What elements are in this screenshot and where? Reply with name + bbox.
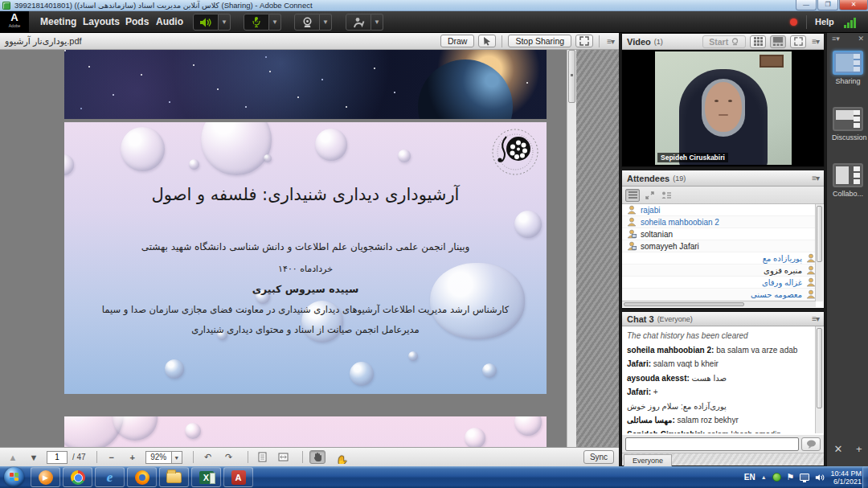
document-scrollbar[interactable] [567, 50, 576, 447]
webcam-dropdown[interactable]: ▼ [320, 14, 332, 31]
attendee-row[interactable]: somayyeh Jafari [622, 240, 816, 252]
close-button[interactable]: ✕ [839, 0, 868, 10]
strip-add-icon[interactable]: + [856, 443, 862, 455]
shared-document-canvas[interactable]: آرشیوداری دیداری شنیداری: فلسفه و اصول و… [0, 50, 619, 464]
taskbar-internet-explorer[interactable]: e [95, 467, 125, 487]
taskbar-adobe-reader[interactable]: A [223, 467, 253, 487]
connection-signal-icon[interactable] [844, 18, 856, 28]
attendee-row[interactable]: rajabi [622, 204, 816, 216]
layout-discussion[interactable]: Discussion [832, 107, 864, 141]
zoom-select[interactable]: 92% ▼ [145, 451, 182, 464]
layout-sharing-thumbnail [833, 51, 863, 75]
taskbar-explorer[interactable] [159, 467, 189, 487]
breakout-view-button[interactable] [642, 189, 657, 202]
attendee-row[interactable]: پوریازاده مع [622, 252, 816, 265]
set-status-button[interactable] [346, 14, 371, 31]
attendee-row[interactable]: soltanian [622, 228, 816, 240]
microphone-button[interactable] [244, 14, 269, 31]
zoom-out-button[interactable]: − [104, 450, 120, 464]
taskbar-excel[interactable]: X [191, 467, 221, 487]
page-up-button[interactable]: ▲ [5, 450, 21, 464]
speaker-button[interactable] [193, 14, 219, 31]
attendee-person-icon [627, 205, 637, 215]
status-dropdown[interactable]: ▼ [371, 14, 383, 31]
webcam-feed: Sepideh Ciruskabiri [655, 51, 792, 165]
grid-view-button[interactable] [750, 35, 766, 48]
taskbar-media-player[interactable]: ▶ [31, 467, 60, 487]
attendee-row[interactable]: غزاله ورقای [622, 277, 816, 289]
start-webcam-button[interactable]: Start [702, 35, 746, 48]
network-tray-icon[interactable] [800, 474, 809, 481]
share-pod-menu-icon[interactable]: ≡▾ [607, 37, 614, 46]
speaker-dropdown[interactable]: ▼ [219, 14, 231, 31]
menu-meeting[interactable]: Meeting [40, 11, 76, 33]
microphone-icon [251, 16, 262, 28]
page-down-button[interactable]: ▼ [26, 450, 42, 464]
chat-text: ba salam va arze adab [714, 346, 797, 355]
fullscreen-button[interactable] [575, 35, 593, 47]
taskbar-clock[interactable]: 10:44 PM 6/1/2021 [830, 470, 862, 486]
action-center-icon[interactable]: ⚑ [787, 472, 795, 482]
layout-sharing[interactable]: Sharing [832, 51, 864, 85]
attendees-scrollbar[interactable] [815, 204, 823, 301]
language-indicator[interactable]: EN [744, 473, 755, 482]
menu-pods[interactable]: Pods [125, 11, 149, 33]
chat-pod-menu-icon[interactable]: ≡▾ [812, 314, 819, 323]
attendee-row[interactable]: منیره قزوی [622, 265, 816, 277]
scrollbar-thumb[interactable] [817, 206, 822, 262]
layout-bar-close-icon[interactable]: ✕ [858, 35, 864, 44]
zoom-dropdown-arrow[interactable]: ▼ [171, 452, 182, 463]
speech-bubble-icon [806, 440, 817, 449]
menu-help[interactable]: Help [815, 11, 834, 33]
webcam-button[interactable] [294, 14, 320, 31]
taskbar-chrome[interactable] [63, 467, 92, 487]
taskbar-firefox[interactable] [127, 467, 157, 487]
firefox-icon [135, 470, 149, 485]
chat-scrollbar[interactable] [815, 326, 823, 433]
chat-tab-bar: Everyone [622, 453, 824, 465]
attendee-status-view-button[interactable] [659, 189, 674, 202]
antivirus-tray-icon[interactable] [772, 473, 781, 482]
chat-message: aysouda akesst: صدا هست [627, 374, 810, 383]
start-button[interactable] [4, 467, 24, 487]
layout-bar-menu-icon[interactable]: ≡▾ [832, 35, 840, 44]
scrollbar-thumb[interactable] [624, 302, 744, 306]
rotate-left-button[interactable]: ↶ [200, 450, 216, 464]
draw-button[interactable]: Draw [440, 35, 475, 47]
volume-tray-icon[interactable] [815, 473, 825, 482]
strip-close-icon[interactable]: ✕ [833, 443, 842, 455]
tab-everyone[interactable]: Everyone [624, 454, 672, 466]
attendee-row[interactable]: soheila mahboobian 2 [622, 216, 816, 228]
scrollbar-thumb[interactable] [817, 328, 822, 408]
maximize-button[interactable]: ❐ [817, 0, 838, 10]
fit-width-button[interactable] [255, 450, 271, 464]
microphone-dropdown[interactable]: ▼ [269, 14, 281, 31]
video-fullscreen-button[interactable] [790, 35, 806, 48]
attendee-list-view-button[interactable] [625, 189, 640, 202]
scrollbar-thumb[interactable] [568, 50, 575, 103]
attendees-hscrollbar[interactable] [622, 301, 816, 307]
attendees-pod-menu-icon[interactable]: ≡▾ [812, 174, 819, 182]
video-pod-menu-icon[interactable]: ≡▾ [812, 37, 819, 46]
layout-collaboration[interactable]: Collabo... [832, 163, 864, 198]
bubble-decoration [408, 351, 418, 361]
adobe-logo[interactable]: A Adobe [0, 11, 29, 33]
filmstrip-view-button[interactable] [770, 35, 786, 48]
rotate-right-button[interactable]: ↷ [221, 450, 237, 464]
fit-page-button[interactable] [276, 450, 292, 464]
chat-input[interactable] [625, 437, 799, 451]
zoom-in-button[interactable]: + [125, 450, 141, 464]
tray-expand-icon[interactable]: ▲ [761, 474, 767, 480]
menu-layouts[interactable]: Layouts [83, 11, 120, 33]
bubble-decoration [264, 154, 272, 162]
menu-audio[interactable]: Audio [156, 11, 183, 33]
pointer-tool-button[interactable] [478, 35, 496, 47]
page-number-input[interactable] [47, 451, 68, 464]
stop-sharing-button[interactable]: Stop Sharing [508, 35, 571, 47]
hand-tool-button[interactable] [309, 450, 326, 464]
chat-send-button[interactable] [801, 437, 821, 451]
attendee-row[interactable]: معصومه حسنی [622, 289, 816, 301]
sync-button[interactable]: Sync [583, 450, 614, 464]
minimize-button[interactable]: — [796, 0, 817, 10]
show-desktop-button[interactable] [862, 466, 868, 488]
